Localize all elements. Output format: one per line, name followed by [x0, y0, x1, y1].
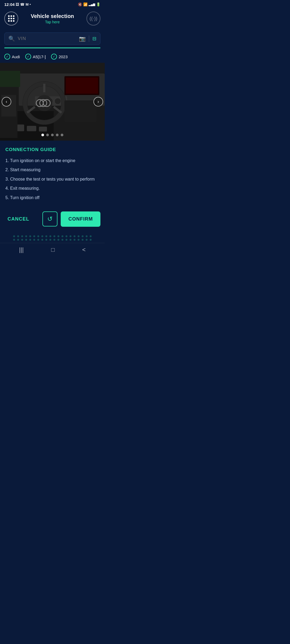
status-dot: •	[30, 2, 31, 6]
home-icon[interactable]: □	[51, 246, 55, 253]
guide-step-3: 3. Choose the test or tests you want to …	[5, 176, 99, 182]
icon-divider	[89, 35, 89, 42]
guide-step-5: 5. Turn ignition off	[5, 195, 99, 201]
chevron-right-icon: ›	[97, 99, 99, 104]
header: Vehicle selection Tap here ((·))	[0, 9, 105, 30]
svg-rect-22	[39, 127, 47, 131]
checkmark-icon: ✓	[53, 55, 55, 58]
car-image	[0, 63, 105, 141]
car-image-section: ‹ ›	[0, 63, 105, 141]
chevron-left-icon: ‹	[6, 99, 7, 104]
carousel-dot-4[interactable]	[56, 134, 59, 136]
carousel-next-button[interactable]: ›	[93, 97, 103, 107]
breadcrumb-item-make[interactable]: ✓ Audi	[4, 54, 20, 60]
breadcrumb: ✓ Audi ✓ A5[17-] ✓ 2023	[0, 51, 105, 63]
page-title: Vehicle selection	[31, 13, 74, 19]
camera-icon[interactable]: 📷	[79, 35, 86, 42]
guide-step-2: 2. Start measuring	[5, 167, 99, 173]
breadcrumb-item-year[interactable]: ✓ 2023	[51, 54, 67, 60]
recent-apps-icon[interactable]: |||	[19, 246, 24, 253]
search-icon: 🔍	[8, 35, 15, 42]
progress-bar-fill	[4, 47, 100, 48]
carousel-dot-3[interactable]	[51, 134, 54, 136]
vin-input[interactable]	[18, 36, 76, 41]
year-label: 2023	[59, 54, 67, 59]
svg-rect-25	[64, 100, 97, 122]
broadcast-icon: ((·))	[89, 16, 97, 21]
status-bar: 12:04 🖼 ☎ M • 🔇 📶 ▂▄▆ 🔋	[0, 0, 105, 9]
signal-button[interactable]: ((·))	[86, 12, 100, 25]
model-label: A5[17-]	[33, 54, 46, 59]
checkmark-icon: ✓	[6, 55, 9, 58]
check-circle-make: ✓	[4, 54, 10, 60]
nav-bar: ||| □ <	[0, 243, 105, 257]
check-circle-model: ✓	[25, 54, 31, 60]
make-label: Audi	[12, 54, 20, 59]
connection-guide-title: CONNECTION GUIDE	[5, 147, 99, 152]
confirm-button[interactable]: CONFIRM	[61, 211, 100, 227]
search-bar: 🔍 📷 ⊟	[4, 32, 100, 45]
back-icon[interactable]: <	[82, 246, 86, 253]
carousel-dot-2[interactable]	[46, 134, 49, 136]
svg-rect-21	[27, 126, 36, 131]
grid-icon	[8, 15, 15, 22]
svg-rect-28	[0, 71, 20, 87]
svg-rect-4	[66, 78, 98, 94]
check-circle-year: ✓	[51, 54, 57, 60]
guide-step-4: 4. Exit measuring.	[5, 185, 99, 191]
search-section: 🔍 📷 ⊟	[0, 30, 105, 47]
refresh-button[interactable]: ↺	[42, 211, 57, 226]
guide-step-1: 1. Turn ignition on or start the engine	[5, 158, 99, 164]
progress-bar-section	[0, 47, 105, 48]
guide-steps: 1. Turn ignition on or start the engine …	[5, 158, 99, 201]
status-gmail-icon: M	[26, 2, 28, 6]
status-phone-icon: ☎	[20, 2, 24, 6]
decorative-dots	[0, 233, 105, 243]
cancel-button[interactable]: CANCEL	[4, 214, 39, 225]
carousel-dots	[41, 134, 63, 136]
connection-guide: CONNECTION GUIDE 1. Turn ignition on or …	[0, 141, 105, 206]
status-photo-icon: 🖼	[16, 2, 19, 6]
status-battery-icon: 🔋	[96, 2, 100, 6]
carousel-dot-1[interactable]	[41, 134, 44, 136]
checkmark-icon: ✓	[27, 55, 30, 58]
tap-here-label[interactable]: Tap here	[31, 20, 74, 24]
menu-button[interactable]	[4, 12, 18, 25]
status-mute-icon: 🔇	[78, 2, 82, 6]
breadcrumb-item-model[interactable]: ✓ A5[17-]	[25, 54, 46, 60]
header-center: Vehicle selection Tap here	[31, 13, 74, 24]
svg-point-8	[55, 98, 61, 104]
vin-scan-icon[interactable]: ⊟	[92, 36, 96, 42]
carousel-dot-5[interactable]	[61, 134, 63, 136]
status-signal-icon: ▂▄▆	[89, 3, 95, 6]
progress-bar-bg	[4, 47, 100, 48]
status-time: 12:04	[4, 2, 15, 7]
refresh-icon: ↺	[47, 215, 53, 223]
status-wifi-icon: 📶	[83, 2, 88, 6]
bottom-actions: CANCEL ↺ CONFIRM	[0, 206, 105, 233]
carousel-prev-button[interactable]: ‹	[2, 97, 11, 107]
